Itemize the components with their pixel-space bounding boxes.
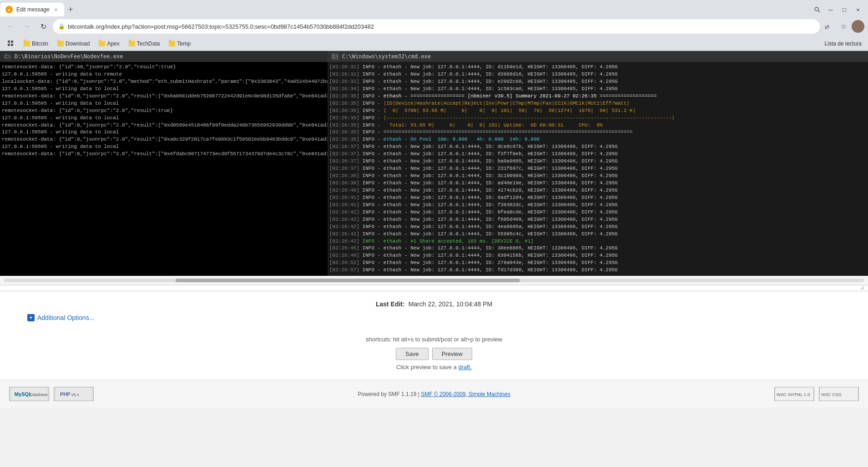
terminal-left-titlebar: C:\ D:\Binarios\NoDevFee\Nodevfee.exe [0, 51, 328, 62]
terminal-right-line: [02:26:57] INFO - ethash - New job: 127.… [329, 267, 866, 274]
terminal-right-line: [02:26:31] INFO - ethash - New job: 127.… [329, 64, 866, 71]
textarea-container [0, 285, 868, 291]
terminal-right-line: [02:26:35] INFO - ethash - =============… [329, 93, 866, 100]
tab-close-button[interactable]: × [53, 6, 59, 13]
nav-extras: ⇄ ☆ [823, 20, 864, 33]
shortcuts-area: shortcuts: hit alt+s to submit/post or a… [27, 335, 841, 343]
last-edit-value: March 22, 2021, 10:04:48 PM [409, 300, 492, 308]
terminal-left-line: 127.0.0.1:59595 - writing data to remote [2, 71, 326, 78]
svg-rect-3 [8, 41, 10, 43]
edit-area: Last Edit: March 22, 2021, 10:04:48 PM +… [0, 291, 868, 380]
svg-point-0 [815, 7, 818, 11]
reload-button[interactable]: ↻ [36, 20, 50, 33]
bookmark-techdata-label: TechData [137, 41, 160, 47]
scrollbar-thumb[interactable] [176, 279, 520, 282]
terminal-right-line: [02:26:42] INFO - ethash - New job: 127.… [329, 223, 866, 231]
bookmark-bitcoin-label: Bitcoin [32, 41, 48, 47]
terminal-right-line: [02:26:31] INFO - ethash - New job: 127.… [329, 71, 866, 78]
last-edit-label: Last Edit: [376, 300, 405, 308]
back-button[interactable]: ← [4, 20, 17, 33]
svg-rect-5 [8, 44, 10, 46]
svg-rect-6 [11, 44, 13, 46]
terminal-left-line: 127.0.0.1:59595 - writing data to local [2, 115, 326, 122]
folder-icon-download [57, 41, 64, 46]
bookmark-star-icon[interactable]: ☆ [837, 20, 850, 33]
terminal-right-line: [02:26:52] INFO - ethash - New job: 127.… [329, 259, 866, 267]
browser-search-icon[interactable] [811, 3, 823, 16]
terminal-right-line: [02:26:42] INFO - ethash - New job: 127.… [329, 231, 866, 238]
translate-icon[interactable]: ⇄ [823, 20, 835, 33]
page-content: C:\ D:\Binarios\NoDevFee\Nodevfee.exe re… [0, 51, 868, 408]
apps-grid-button[interactable]: ⠿ [4, 39, 18, 49]
tab-title: Edit message [16, 6, 50, 13]
new-tab-button[interactable]: + [64, 3, 77, 16]
mysql-badge: MySQL Database [9, 387, 49, 401]
terminal-right-line: [02:26:42] INFO - ethash - New job: 127.… [329, 216, 866, 223]
footer-badges: MySQL Database PHP v5.x [9, 387, 94, 401]
footer-valid-badges: W3C XHTML 1.0 W3C CSS [774, 387, 859, 401]
terminal-right-line: [02:26:39] INFO - ethash - New job: 127.… [329, 180, 866, 187]
preview-note-text: Click preview to save a [396, 364, 457, 371]
terminal-right-line: [02:26:37] INFO - ethash - New job: 127.… [329, 158, 866, 165]
preview-note: Click preview to save a draft. [27, 364, 841, 371]
bookmark-techdata[interactable]: TechData [125, 39, 164, 48]
terminal-right-line: [02:26:35] INFO - ======================… [329, 129, 866, 136]
close-button[interactable]: × [852, 3, 864, 16]
terminal-left: C:\ D:\Binarios\NoDevFee\Nodevfee.exe re… [0, 51, 328, 276]
forward-button[interactable]: → [20, 20, 34, 33]
svg-text:MySQL: MySQL [15, 391, 32, 397]
active-tab[interactable]: ● Edit message × [0, 3, 64, 16]
address-bar[interactable]: 🔒 bitcointalk.org/index.php?action=post;… [53, 19, 820, 34]
shortcuts-text: shortcuts: hit alt+s to submit/post or a… [366, 336, 502, 343]
bookmark-apex[interactable]: Apex [95, 39, 123, 48]
svg-rect-4 [11, 41, 13, 43]
bookmark-apex-label: Apex [107, 41, 119, 47]
draft-link[interactable]: draft. [458, 364, 472, 371]
terminal-left-line: remotesocket-data: {"id":0,"jsonrpc":"2.… [2, 136, 326, 143]
footer-smf-link[interactable]: SMF © 2006-2009, Simple Machines [421, 391, 510, 397]
scroll-area [0, 276, 868, 285]
bookmark-download-label: Download [66, 41, 90, 47]
folder-icon-apex [99, 41, 105, 46]
folder-icon-temp [169, 41, 175, 46]
terminal-right-line: [02:26:37] INFO - ethash - New job: 127.… [329, 151, 866, 158]
terminal-right-line: [02:26:42] INFO - ethash - #1 Share acce… [329, 238, 866, 245]
page-footer: MySQL Database PHP v5.x Powered by SMF 1… [0, 380, 868, 408]
svg-text:W3C XHTML 1.0: W3C XHTML 1.0 [777, 392, 810, 397]
minimize-button[interactable]: ─ [824, 3, 837, 16]
terminal-left-line: 127.0.0.1:59595 - writing data to local [2, 129, 326, 136]
last-edit: Last Edit: March 22, 2021, 10:04:48 PM [27, 300, 841, 308]
svg-text:v5.x: v5.x [71, 392, 79, 397]
bookmark-download[interactable]: Download [54, 39, 93, 48]
scrollbar-track[interactable] [4, 279, 864, 282]
nav-bar: ← → ↻ 🔒 bitcointalk.org/index.php?action… [0, 16, 868, 36]
bookmark-bitcoin[interactable]: Bitcoin [20, 39, 52, 48]
terminal-right-line: [02:26:40] INFO - ethash - New job: 127.… [329, 187, 866, 194]
reading-list-button[interactable]: Lista de lectura [822, 40, 864, 48]
terminal-right-line: [02:26:45] INFO - ethash - New job: 127.… [329, 245, 866, 252]
svg-text:Database: Database [30, 392, 47, 397]
terminal-left-line: 127.0.0.1:59595 - writing data to local [2, 100, 326, 107]
bookmark-temp-label: Temp [177, 41, 190, 47]
save-button[interactable]: Save [396, 348, 429, 360]
svg-text:C:\: C:\ [5, 54, 10, 59]
profile-button[interactable] [852, 20, 864, 33]
terminal-right-titlebar: C:\ C:\Windows\system32\cmd.exe [328, 51, 868, 62]
preview-button[interactable]: Preview [432, 348, 472, 360]
terminal-right-line: [02:26:35] INFO - | 0| 5700| 53.65 M| 0|… [329, 107, 866, 115]
terminal-right-line: [02:26:38] INFO - ethash - New job: 127.… [329, 173, 866, 180]
terminal-right-line: [02:26:41] INFO - ethash - New job: 127.… [329, 194, 866, 202]
footer-powered-by: Powered by SMF 1.1.19 [358, 391, 417, 397]
terminal-left-line: remotesocket-data: {"id":40,"jsonrpc":"2… [2, 64, 326, 71]
bookmark-temp[interactable]: Temp [165, 39, 194, 48]
css-badge: W3C CSS [819, 387, 859, 401]
maximize-button[interactable]: □ [838, 3, 851, 16]
additional-options[interactable]: + Additional Options... [27, 314, 841, 321]
reply-textarea[interactable] [4, 286, 864, 290]
terminal-right-line: [02:26:41] INFO - ethash - New job: 127.… [329, 202, 866, 209]
browser-chrome: ● Edit message × + ─ □ × ← → ↻ 🔒 bitcoin… [0, 0, 868, 51]
svg-text:⇄: ⇄ [825, 24, 829, 30]
terminal-left-line: remotesocket-data: {"id":6,"jsonrpc":"2.… [2, 107, 326, 115]
address-text: bitcointalk.org/index.php?action=post;ms… [68, 23, 814, 30]
terminal-right-line: [02:26:35] INFO - Total: 53.65 M| 0| 0| … [329, 122, 866, 129]
